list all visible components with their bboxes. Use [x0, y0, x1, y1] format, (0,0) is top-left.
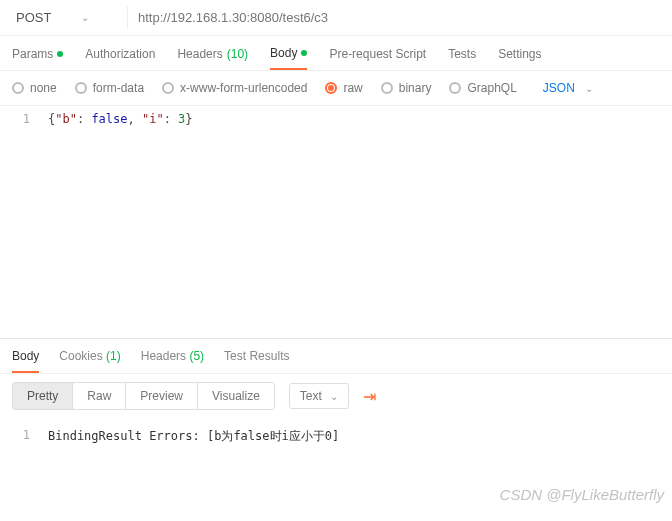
radio-icon — [381, 82, 393, 94]
response-text[interactable]: BindingResult Errors: [b为false时i应小于0] — [40, 422, 672, 451]
request-body-editor[interactable]: 1 {"b": false, "i": 3} — [0, 106, 672, 338]
radio-graphql[interactable]: GraphQL — [449, 81, 516, 95]
btn-raw[interactable]: Raw — [73, 383, 126, 409]
body-format-select[interactable]: JSON⌄ — [543, 81, 593, 95]
btn-visualize[interactable]: Visualize — [198, 383, 274, 409]
response-format-select[interactable]: Text⌄ — [289, 383, 349, 409]
editor-gutter: 1 — [0, 106, 40, 338]
rtab-body[interactable]: Body — [12, 349, 39, 373]
dot-indicator-icon — [301, 50, 307, 56]
wrap-lines-icon[interactable]: ⇥ — [363, 387, 376, 406]
radio-icon — [12, 82, 24, 94]
watermark: CSDN @FlyLikeButterfly — [500, 486, 664, 503]
http-method-value: POST — [16, 10, 51, 25]
radio-icon — [449, 82, 461, 94]
btn-preview[interactable]: Preview — [126, 383, 198, 409]
tab-body[interactable]: Body — [270, 46, 307, 70]
tab-prerequest[interactable]: Pre-request Script — [329, 46, 426, 70]
radio-urlencoded[interactable]: x-www-form-urlencoded — [162, 81, 307, 95]
tab-params[interactable]: Params — [12, 46, 63, 70]
tab-tests[interactable]: Tests — [448, 46, 476, 70]
chevron-down-icon: ⌄ — [585, 83, 593, 94]
response-controls: Pretty Raw Preview Visualize Text⌄ ⇥ — [0, 373, 672, 418]
radio-raw[interactable]: raw — [325, 81, 362, 95]
radio-icon — [162, 82, 174, 94]
code-line: {"b": false, "i": 3} — [48, 112, 664, 126]
radio-none[interactable]: none — [12, 81, 57, 95]
http-method-select[interactable]: POST ⌄ — [8, 6, 128, 29]
tab-settings[interactable]: Settings — [498, 46, 541, 70]
response-body: 1 BindingResult Errors: [b为false时i应小于0] — [0, 418, 672, 451]
chevron-down-icon: ⌄ — [81, 12, 89, 23]
radio-formdata[interactable]: form-data — [75, 81, 144, 95]
rtab-testresults[interactable]: Test Results — [224, 349, 289, 373]
body-type-row: none form-data x-www-form-urlencoded raw… — [0, 71, 672, 106]
chevron-down-icon: ⌄ — [330, 391, 338, 402]
tab-headers[interactable]: Headers (10) — [177, 46, 248, 70]
line-number: 1 — [6, 112, 30, 126]
rtab-cookies[interactable]: Cookies (1) — [59, 349, 120, 373]
radio-checked-icon — [325, 82, 337, 94]
rtab-headers[interactable]: Headers (5) — [141, 349, 204, 373]
request-tabs: Params Authorization Headers (10) Body P… — [0, 36, 672, 71]
response-tabs: Body Cookies (1) Headers (5) Test Result… — [0, 338, 672, 373]
editor-content[interactable]: {"b": false, "i": 3} — [40, 106, 672, 338]
btn-pretty[interactable]: Pretty — [13, 383, 73, 409]
line-number: 1 — [6, 428, 30, 442]
radio-icon — [75, 82, 87, 94]
url-input[interactable] — [128, 4, 664, 31]
view-mode-group: Pretty Raw Preview Visualize — [12, 382, 275, 410]
dot-indicator-icon — [57, 51, 63, 57]
request-bar: POST ⌄ — [0, 0, 672, 36]
radio-binary[interactable]: binary — [381, 81, 432, 95]
tab-authorization[interactable]: Authorization — [85, 46, 155, 70]
response-gutter: 1 — [0, 422, 40, 451]
